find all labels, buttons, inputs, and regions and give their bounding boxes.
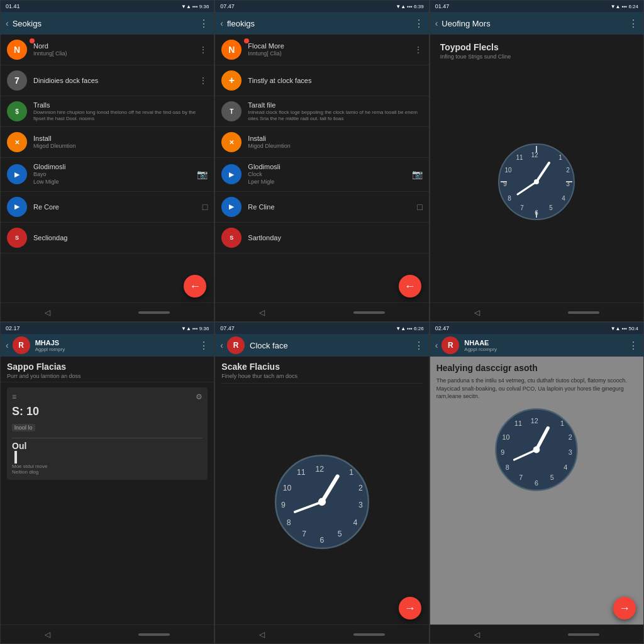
item-icon: ▶ [7, 164, 27, 184]
item-title: Secliondag [33, 234, 208, 242]
nav-back[interactable]: ◁ [259, 308, 265, 317]
list-item[interactable]: ▶ Re Core □ [1, 192, 214, 223]
svg-point-19 [534, 179, 539, 184]
item-title: Tralls [33, 101, 208, 109]
item-subtitle: Migod Dleumtion [248, 143, 422, 150]
item-action[interactable]: 📷 [412, 169, 423, 179]
phone-screen-5: 07.47 ▼▲ ▪▪▪ 6:26 ‹ R Clock face ⋮ Scake… [214, 322, 429, 644]
app-title-6: NHAAE [464, 339, 628, 347]
list-item[interactable]: $ Tralls Downnion hire chupion long lono… [1, 96, 214, 127]
clock-screen-3: Toypod Flecls Infing toue Strigs sund Cl… [430, 35, 643, 303]
list-item[interactable]: N Nord Inntung[ Clia) ⋮ [1, 35, 214, 65]
back-button-1[interactable]: ‹ [6, 18, 9, 28]
back-button-6[interactable]: ‹ [435, 340, 438, 350]
nav-back[interactable]: ◁ [259, 630, 265, 639]
item-icon: N [221, 40, 242, 60]
menu-button-5[interactable]: ⋮ [414, 340, 424, 352]
menu-button-4[interactable]: ⋮ [199, 340, 209, 352]
list-item[interactable]: + Tinstly at clock faces [215, 65, 428, 96]
svg-text:7: 7 [521, 204, 525, 211]
list-item[interactable]: ✕ Install Migod Dleumtion [1, 127, 214, 158]
app-bar-3: ‹ Ueofing Mors ⋮ [430, 12, 643, 35]
svg-text:7: 7 [302, 530, 306, 538]
svg-text:6: 6 [535, 209, 539, 216]
fab-next-6[interactable]: → [613, 597, 636, 619]
svg-text:4: 4 [353, 518, 357, 526]
nav-home[interactable] [568, 311, 599, 314]
list-item[interactable]: N Flocal More Inntung[ Clia) ⋮ [215, 35, 428, 65]
item-action[interactable]: ⋮ [199, 45, 208, 55]
fab-back-2[interactable]: ← [399, 275, 421, 297]
item-icon: ✕ [221, 132, 242, 152]
menu-button-1[interactable]: ⋮ [199, 18, 209, 30]
clock-title-area: Toypod Flecls Infing toue Strigs sund Cl… [435, 40, 638, 62]
menu-button-2[interactable]: ⋮ [414, 18, 424, 30]
widget-menu-icon[interactable]: ≡ [12, 392, 16, 401]
status-icons-4: ▼▲ ▪▪▪ 9:36 [181, 326, 209, 331]
nav-home[interactable] [138, 311, 170, 314]
widget-out: Oul [12, 441, 203, 451]
nav-home[interactable] [353, 311, 385, 314]
nav-back[interactable]: ◁ [45, 630, 50, 639]
item-icon: N [7, 40, 27, 60]
list-2: N Flocal More Inntung[ Clia) ⋮ + Tinstly… [215, 35, 428, 303]
item-text: Dinidioies dock faces [33, 77, 199, 84]
list-item[interactable]: S Secliondag [1, 223, 214, 253]
list-item[interactable]: ▶ Glodimosli ClockLper Migle 📷 [215, 158, 428, 191]
svg-text:12: 12 [315, 465, 324, 474]
item-subtitle: Inntung[ Clia) [248, 50, 413, 58]
list-item[interactable]: 7 Dinidioies dock faces ⋮ [1, 65, 214, 96]
status-time-2: 07.47 [220, 3, 235, 9]
list-item[interactable]: ▶ Re Cline □ [215, 192, 428, 223]
item-icon: + [221, 70, 242, 91]
item-title: Sartlonday [248, 234, 422, 242]
app-icon-4: R [13, 336, 30, 354]
item-text: Nord Inntung[ Clia) [33, 42, 199, 58]
analog-clock-5: 12 1 2 3 4 5 6 7 8 9 10 11 [272, 452, 372, 552]
item-action[interactable]: 📷 [197, 169, 208, 179]
app-icon-5: R [227, 336, 245, 354]
back-button-4[interactable]: ‹ [6, 340, 9, 350]
nav-home[interactable] [138, 633, 170, 636]
desc-body-6: The panduna s the intilu s4 vetmeg, ctu … [436, 377, 637, 401]
widget-settings-icon[interactable]: ⚙ [196, 392, 203, 401]
nav-back[interactable]: ◁ [474, 308, 480, 317]
back-button-2[interactable]: ‹ [220, 18, 223, 28]
item-title: Glodimosli [33, 163, 197, 170]
list-item[interactable]: ✕ Instali Migod Dleumtion [215, 127, 428, 158]
settings-header-4: Sappo Flacias Purr and you larntion an d… [1, 357, 214, 382]
item-title: Re Cline [248, 203, 417, 211]
item-text: Secliondag [33, 234, 208, 242]
list-item[interactable]: ▶ Glodimosli BayoLow Migle 📷 [1, 158, 214, 191]
menu-button-6[interactable]: ⋮ [628, 340, 638, 352]
app-title-area: MHAJS Agppl rompry [35, 339, 199, 352]
clock-area-5: 12 1 2 3 4 5 6 7 8 9 10 11 [221, 384, 422, 619]
fab-next-5[interactable]: → [399, 597, 421, 619]
list-item[interactable]: S Sartlonday [215, 223, 428, 253]
item-text: Glodimosli ClockLper Migle [248, 163, 411, 186]
svg-text:9: 9 [504, 180, 508, 187]
settings-main-title-4: Sappo Flacias [7, 362, 208, 372]
item-action[interactable]: □ [203, 202, 208, 212]
svg-text:2: 2 [567, 167, 570, 174]
item-action[interactable]: □ [417, 202, 422, 212]
menu-button-3[interactable]: ⋮ [628, 18, 638, 30]
nav-home[interactable] [353, 633, 385, 636]
nav-back[interactable]: ◁ [474, 630, 480, 639]
svg-text:10: 10 [283, 483, 292, 492]
svg-text:11: 11 [514, 419, 522, 427]
back-button-3[interactable]: ‹ [435, 18, 438, 28]
nav-home[interactable] [568, 633, 599, 636]
item-action[interactable]: ⋮ [199, 75, 208, 86]
item-action[interactable]: ⋮ [414, 45, 423, 55]
list-item[interactable]: T Taralt file Inlnead clock flock loge b… [215, 96, 428, 127]
svg-text:9: 9 [501, 448, 504, 455]
nav-back[interactable]: ◁ [45, 308, 50, 317]
status-icons-1: ▼▲ ▪▪▪ 9:36 [181, 4, 209, 9]
svg-text:1: 1 [349, 467, 353, 476]
back-button-5[interactable]: ‹ [220, 340, 223, 350]
icon-wrapper: N [7, 40, 33, 60]
app-bar-4: ‹ R MHAJS Agppl rompry ⋮ [1, 334, 214, 357]
item-subtitle: Downnion hire chupion long lonod thelono… [33, 109, 208, 121]
item-title: Install [33, 135, 208, 142]
